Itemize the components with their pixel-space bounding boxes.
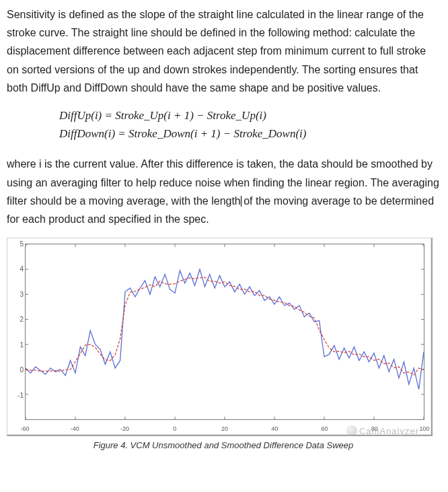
- equation-diffup: DiffUp(i) = Stroke_Up(i + 1) − Stroke_Up…: [59, 106, 440, 125]
- y-tick-label: 4: [17, 265, 24, 273]
- y-tick-label: 2: [17, 316, 24, 323]
- x-tick-label: -20: [120, 425, 129, 432]
- x-tick-label: 60: [321, 425, 328, 432]
- series-unsmoothed: [26, 269, 424, 389]
- watermark: CamAnalyzer: [346, 425, 419, 436]
- plot-frame: CamAnalyzer -60-40-20020406080100-101234…: [7, 238, 433, 436]
- equations-block: DiffUp(i) = Stroke_Up(i + 1) − Stroke_Up…: [7, 106, 440, 143]
- watermark-text: CamAnalyzer: [359, 426, 419, 436]
- x-tick-label: -60: [20, 425, 29, 432]
- y-tick-label: 1: [17, 341, 24, 348]
- x-tick-label: 80: [371, 425, 378, 432]
- y-tick-label: 0: [17, 366, 24, 374]
- chart-svg: [26, 244, 424, 419]
- paragraph-2: where i is the current value. After this…: [7, 155, 440, 228]
- x-tick-label: -40: [71, 425, 79, 432]
- y-tick-label: 3: [17, 290, 24, 297]
- paragraph-1: Sensitivity is defined as the slope of t…: [7, 5, 440, 97]
- x-tick-label: 100: [419, 425, 429, 432]
- watermark-icon: [346, 425, 357, 436]
- x-tick-label: 20: [221, 425, 228, 432]
- plot-area: [25, 244, 424, 420]
- x-tick-label: 0: [173, 425, 176, 432]
- y-tick-label: 5: [17, 240, 24, 248]
- y-tick-label: -1: [17, 391, 24, 398]
- figure-caption: Figure 4. VCM Unsmoothed and Smoothed Di…: [7, 440, 440, 450]
- x-tick-label: 40: [271, 425, 278, 432]
- series-smoothed: [26, 277, 424, 375]
- figure-4: CamAnalyzer -60-40-20020406080100-101234…: [7, 238, 440, 450]
- equation-diffdown: DiffDown(i) = Stroke_Down(i + 1) − Strok…: [59, 125, 440, 143]
